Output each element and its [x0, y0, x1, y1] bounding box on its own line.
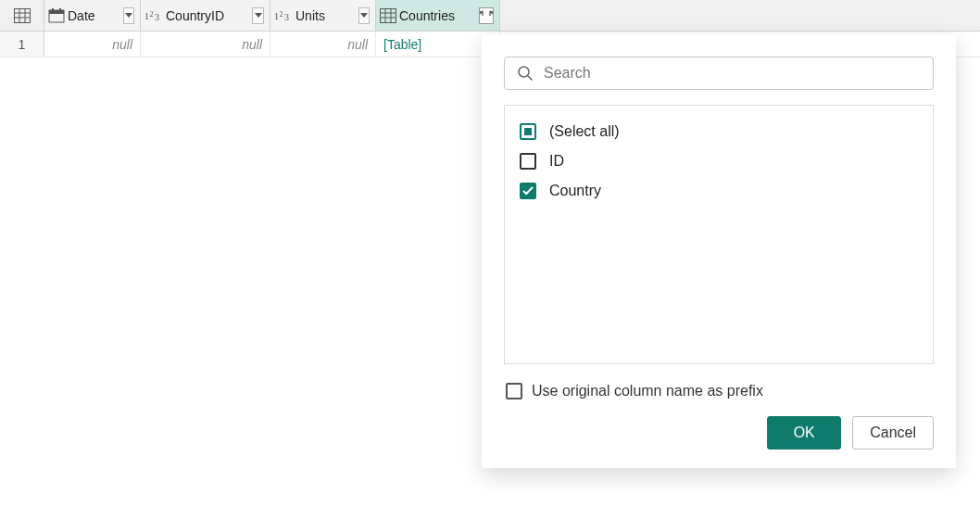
- column-select-list: (Select all) ID Country: [504, 105, 934, 364]
- prefix-option-row[interactable]: Use original column name as prefix: [504, 379, 934, 416]
- column-header-date[interactable]: Date: [44, 0, 141, 31]
- column-header-row: Date 1 2 3 CountryID 1: [0, 0, 980, 32]
- column-header-countryid[interactable]: 1 2 3 CountryID: [141, 0, 270, 31]
- prefix-label: Use original column name as prefix: [532, 383, 763, 399]
- expand-column-popup: (Select all) ID Country Use original col…: [482, 34, 956, 468]
- expand-icon: [480, 10, 493, 21]
- svg-text:3: 3: [155, 12, 159, 22]
- check-icon: [522, 186, 534, 196]
- list-item-label: (Select all): [549, 123, 620, 140]
- svg-text:2: 2: [149, 9, 153, 18]
- chevron-down-icon: [255, 13, 262, 18]
- svg-rect-7: [52, 8, 54, 11]
- list-item-id[interactable]: ID: [518, 146, 920, 176]
- filter-dropdown-button[interactable]: [358, 7, 370, 24]
- dialog-button-row: OK Cancel: [504, 416, 934, 450]
- chevron-down-icon: [360, 13, 368, 18]
- list-item-label: Country: [549, 183, 601, 199]
- table-type-icon: [380, 6, 396, 25]
- column-label: Countries: [399, 8, 474, 23]
- cancel-button[interactable]: Cancel: [852, 416, 934, 450]
- svg-rect-15: [381, 8, 396, 22]
- number-type-icon: 1 2 3: [144, 6, 163, 25]
- row-index[interactable]: 1: [0, 32, 44, 57]
- search-icon: [517, 65, 534, 82]
- ok-button[interactable]: OK: [767, 416, 841, 450]
- column-label: CountryID: [166, 8, 247, 23]
- svg-rect-8: [59, 8, 61, 11]
- chevron-down-icon: [125, 13, 132, 18]
- svg-text:2: 2: [279, 9, 283, 18]
- checkbox-unchecked[interactable]: [520, 153, 536, 170]
- filter-dropdown-button[interactable]: [123, 7, 134, 24]
- date-type-icon: [48, 6, 65, 25]
- filter-dropdown-button[interactable]: [252, 7, 264, 24]
- list-item-select-all[interactable]: (Select all): [518, 117, 920, 146]
- table-icon: [14, 8, 31, 23]
- cell-countryid[interactable]: null: [141, 32, 270, 57]
- expand-column-button[interactable]: [479, 7, 494, 24]
- list-item-country[interactable]: Country: [518, 176, 920, 206]
- list-item-label: ID: [549, 153, 564, 170]
- column-label: Units: [295, 8, 354, 23]
- cell-date[interactable]: null: [44, 32, 141, 57]
- checkbox-indeterminate[interactable]: [520, 123, 536, 140]
- svg-line-21: [528, 76, 533, 81]
- column-label: Date: [68, 8, 119, 23]
- svg-text:1: 1: [274, 10, 279, 20]
- checkbox-checked[interactable]: [520, 183, 536, 199]
- number-type-icon: 1 2 3: [274, 6, 293, 25]
- cell-units[interactable]: null: [270, 32, 376, 57]
- svg-text:3: 3: [284, 12, 289, 22]
- svg-point-20: [519, 67, 529, 77]
- column-header-units[interactable]: 1 2 3 Units: [270, 0, 376, 31]
- svg-text:1: 1: [144, 10, 149, 20]
- select-all-corner[interactable]: [0, 0, 44, 31]
- checkbox-prefix[interactable]: [506, 383, 522, 399]
- search-field-wrap: [504, 57, 934, 90]
- search-input[interactable]: [504, 57, 934, 90]
- column-header-countries[interactable]: Countries: [376, 0, 500, 31]
- svg-rect-0: [14, 8, 30, 22]
- svg-rect-6: [49, 10, 64, 14]
